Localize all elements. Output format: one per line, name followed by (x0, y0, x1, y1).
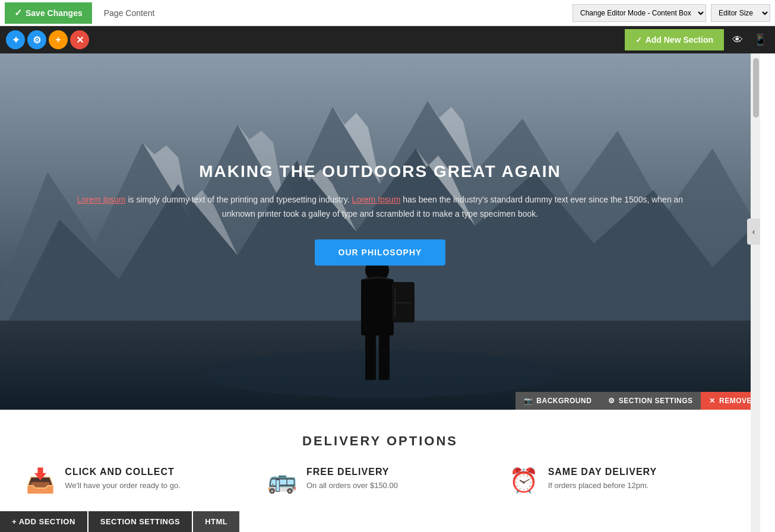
settings-icon: ⚙ (608, 397, 615, 405)
section-toolbar: ✦ ⚙ + ✕ Add New Section 👁 📱 (0, 26, 775, 53)
section-settings-icon-button[interactable]: ⚙ (27, 30, 46, 49)
collect-title: CLICK AND COLLECT (65, 467, 180, 477)
page-content-label: Page Content (104, 8, 155, 18)
free-delivery-text: On all orders over $150.00 (306, 481, 398, 490)
remove-icon: ✕ (709, 397, 716, 405)
bottom-section-controls: + ADD SECTION SECTION SETTINGS HTML (0, 511, 775, 532)
main-content-area: MAKING THE OUTDOORS GREAT AGAIN Lorem Ip… (0, 53, 760, 532)
svg-rect-12 (365, 332, 376, 380)
move-section-button[interactable]: ✦ (6, 30, 25, 49)
section-settings-label: SECTION SETTINGS (619, 397, 693, 405)
html-button[interactable]: HTML (193, 511, 239, 532)
section-settings-bottom-button[interactable]: SECTION SETTINGS (88, 511, 192, 532)
hero-text-part1: is simply dummy text of the printing and… (128, 195, 352, 204)
collect-icon: 📥 (26, 467, 55, 495)
scrollbar-handle[interactable] (753, 58, 759, 118)
same-day-icon: ⏰ (509, 467, 539, 495)
delivery-card-free: 🚌 FREE DELIVERY On all orders over $150.… (267, 467, 493, 495)
collect-text: We'll have your order ready to go. (65, 481, 180, 490)
add-element-button[interactable]: + (49, 30, 68, 49)
preview-icon-button[interactable]: 👁 (730, 31, 745, 49)
same-day-text: If orders placed before 12pm. (548, 481, 657, 490)
section-bottom-controls: 📷 BACKGROUND ⚙ SECTION SETTINGS ✕ REMOVE (515, 392, 760, 410)
delivery-cards: 📥 CLICK AND COLLECT We'll have your orde… (18, 467, 742, 495)
editor-mode-select[interactable]: Change Editor Mode - Content Box Change … (572, 4, 706, 22)
hero-body-text: Lorem Ipsum is simply dummy text of the … (76, 193, 684, 221)
free-delivery-card-text: FREE DELIVERY On all orders over $150.00 (306, 467, 398, 490)
same-day-card-text: SAME DAY DELIVERY If orders placed befor… (548, 467, 657, 490)
free-delivery-title: FREE DELIVERY (306, 467, 398, 477)
delivery-title: DELIVERY OPTIONS (18, 433, 742, 449)
free-delivery-icon: 🚌 (267, 467, 297, 495)
add-new-section-button[interactable]: Add New Section (625, 29, 724, 50)
hero-title: MAKING THE OUTDOORS GREAT AGAIN (76, 162, 684, 181)
collect-card-text: CLICK AND COLLECT We'll have your order … (65, 467, 180, 490)
background-label: BACKGROUND (536, 397, 591, 405)
top-bar-right: Change Editor Mode - Content Box Change … (572, 4, 770, 22)
lorem-link-1: Lorem Ipsum (77, 195, 126, 204)
close-section-button[interactable]: ✕ (70, 30, 89, 49)
hero-section: MAKING THE OUTDOORS GREAT AGAIN Lorem Ip… (0, 53, 760, 410)
svg-rect-13 (379, 332, 390, 380)
remove-label: REMOVE (719, 397, 752, 405)
background-button[interactable]: 📷 BACKGROUND (515, 392, 600, 410)
scrollbar-track (751, 53, 760, 532)
hero-philosophy-button[interactable]: OUR PHILOSOPHY (315, 239, 446, 265)
hero-content: MAKING THE OUTDOORS GREAT AGAIN Lorem Ip… (76, 162, 684, 265)
add-section-bottom-button[interactable]: + ADD SECTION (0, 511, 87, 532)
delivery-card-collect: 📥 CLICK AND COLLECT We'll have your orde… (26, 467, 251, 495)
mobile-icon-button[interactable]: 📱 (751, 31, 769, 49)
same-day-title: SAME DAY DELIVERY (548, 467, 657, 477)
delivery-card-same-day: ⏰ SAME DAY DELIVERY If orders placed bef… (509, 467, 735, 495)
editor-size-select[interactable]: Editor Size Small Medium Large (711, 4, 770, 22)
lorem-link-2: Lorem Ipsum (352, 195, 401, 204)
delivery-section: DELIVERY OPTIONS 📥 CLICK AND COLLECT We'… (0, 410, 760, 512)
right-collapse-tab[interactable]: ‹ (747, 218, 760, 245)
camera-icon: 📷 (524, 397, 533, 405)
section-settings-button[interactable]: ⚙ SECTION SETTINGS (600, 392, 701, 410)
top-bar: Save Changes Page Content Change Editor … (0, 0, 775, 26)
svg-rect-14 (361, 279, 394, 335)
save-button[interactable]: Save Changes (5, 2, 92, 24)
